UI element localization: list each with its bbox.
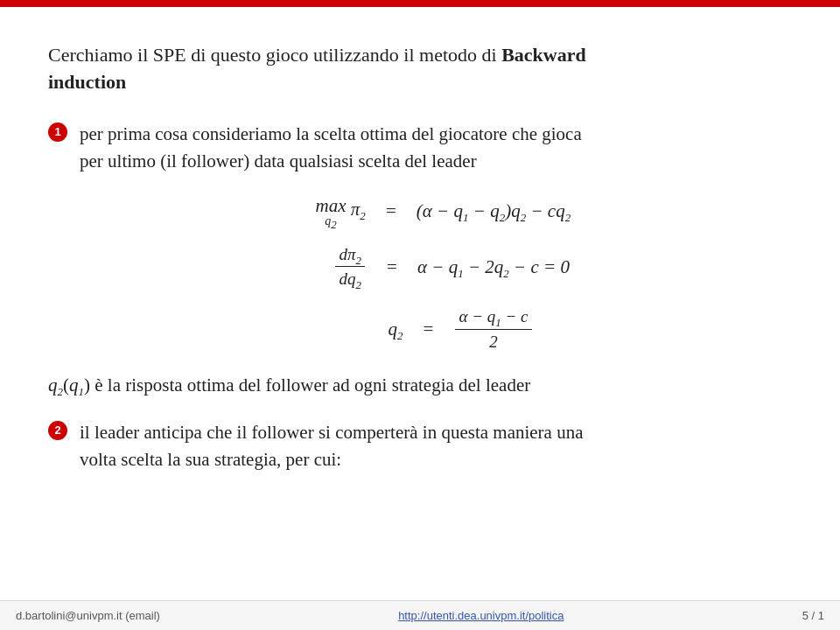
math-block: max q2 π2 = (α − q1 − q2)q2 − cq2 dπ2 dq… <box>48 195 792 354</box>
frac-result-num: α − q1 − c <box>455 306 531 330</box>
title-line1: Cerchiamo il SPE di questo gioco utilizz… <box>48 42 792 69</box>
max-subscript: q2 <box>325 214 337 228</box>
title-text1: Cerchiamo il SPE di questo gioco utilizz… <box>48 44 501 66</box>
math-row1-rhs: (α − q1 − q2)q2 − cq2 <box>416 200 570 222</box>
math-row3-rhs: α − q1 − c 2 <box>453 306 533 353</box>
math-row2-rhs: α − q1 − 2q2 − c = 0 <box>417 256 570 278</box>
pi2-label: π2 <box>351 199 366 220</box>
math-row-3: q2 = α − q1 − c 2 <box>306 306 533 353</box>
item-1: 1 per prima cosa consideriamo la scelta … <box>48 121 792 176</box>
frac-result-den: 2 <box>486 330 501 354</box>
q2q1-line: q2(q1) è la risposta ottima del follower… <box>48 372 792 400</box>
math-row3-lhs: q2 <box>306 318 402 340</box>
item-2-text: il leader anticipa che il follower si co… <box>80 419 584 474</box>
frac-den: dq2 <box>335 267 365 290</box>
item-2-text2: volta scelta la sua strategia, per cui: <box>80 449 341 470</box>
footer-bar: d.bartolini@univpm.it (email) http://ute… <box>0 600 840 630</box>
item-2-text1: il leader anticipa che il follower si co… <box>80 422 584 443</box>
frac-num: dπ2 <box>335 244 365 268</box>
red-bar <box>0 0 840 7</box>
item-1-number: 1 <box>48 122 67 142</box>
math-row-2: dπ2 dq2 = α − q1 − 2q2 − c = 0 <box>270 244 570 290</box>
math-row2-eq: = <box>382 256 402 278</box>
frac-dpi2-dq2: dπ2 dq2 <box>335 244 365 290</box>
item-2: 2 il leader anticipa che il follower si … <box>48 419 792 474</box>
max-block: max q2 <box>316 195 346 228</box>
footer-left: d.bartolini@univpm.it (email) <box>16 609 160 622</box>
item-1-text1: per prima cosa consideriamo la scelta ot… <box>80 123 582 144</box>
math-row3-eq: = <box>418 318 438 340</box>
item-1-text2: per ultimo (il follower) data qualsiasi … <box>80 150 477 172</box>
title-bold: Backward <box>501 44 586 66</box>
title-line2: induction <box>48 69 792 96</box>
footer-right: 5 / 1 <box>802 609 824 622</box>
main-content: Cerchiamo il SPE di questo gioco utilizz… <box>0 7 840 528</box>
footer-center[interactable]: http://utenti.dea.univpm.it/politica <box>398 609 564 622</box>
frac-result: α − q1 − c 2 <box>455 306 531 353</box>
math-row1-lhs: max q2 π2 <box>270 195 366 228</box>
math-row2-lhs: dπ2 dq2 <box>270 244 367 290</box>
math-row1-eq: = <box>382 200 401 222</box>
math-row-1: max q2 π2 = (α − q1 − q2)q2 − cq2 <box>270 195 570 228</box>
title-block: Cerchiamo il SPE di questo gioco utilizz… <box>48 42 792 96</box>
item-2-number: 2 <box>48 421 67 440</box>
item-1-text: per prima cosa consideriamo la scelta ot… <box>80 121 582 176</box>
